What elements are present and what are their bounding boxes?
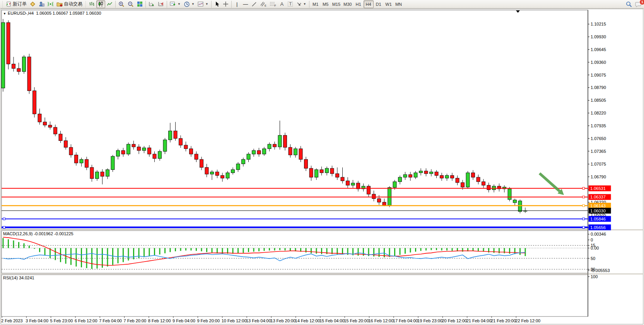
candle-up [163, 140, 167, 151]
chart-pane [2, 10, 588, 229]
market-watch-button[interactable] [28, 0, 37, 8]
dropdown-caret-icon: ▼ [191, 2, 195, 6]
time-axis-label: 19 Feb 23:00 [417, 318, 442, 323]
dropdown-caret-icon: ▼ [178, 2, 181, 6]
timeframe-m1-button[interactable]: M1 [311, 0, 321, 8]
label-tool-button[interactable]: T [286, 0, 295, 8]
new-chart-dropdown-button[interactable]: ▼ [168, 0, 182, 8]
channel-button[interactable]: E [258, 0, 268, 8]
timeframe-mn-button[interactable]: MN [394, 0, 404, 8]
tile-windows-button[interactable] [135, 0, 144, 8]
macd-indicator-label: MACD(12,26,9) -0.001962 -0.001225 [3, 231, 73, 236]
candle-up [210, 172, 214, 174]
candle-up [226, 173, 229, 178]
line-handle[interactable] [3, 218, 5, 220]
terminal-window: 新订单 自动交易 [0, 0, 644, 325]
candle-up [158, 151, 162, 158]
candle-down [289, 147, 292, 155]
auto-trading-label: 自动交易 [64, 1, 82, 7]
candle-down [461, 183, 465, 187]
pane-separator[interactable] [1, 274, 643, 275]
equidistant-channel-icon: E [260, 1, 266, 7]
candle-down [12, 64, 15, 68]
price-tick-label: 1.07935 [591, 123, 606, 128]
time-axis-label: 9 Feb 04:00 [173, 318, 195, 323]
timeframe-m30-button[interactable]: M30 [342, 0, 353, 8]
crosshair-button[interactable] [221, 0, 230, 8]
time-axis-label: 13 Feb 04:00 [246, 318, 271, 323]
arrows-dropdown-button[interactable]: ▼ [295, 0, 308, 8]
line-handle[interactable] [583, 196, 584, 198]
line-handle[interactable] [583, 205, 584, 207]
chart-shift-button[interactable] [156, 0, 166, 8]
chart-ohlc-values: 1.06005 1.06067 1.05987 1.06030 [36, 11, 101, 15]
new-order-label: 新订单 [13, 1, 27, 7]
candle-down [132, 144, 135, 147]
candle-up [351, 183, 355, 185]
candle-up [278, 135, 282, 147]
text-tool-button[interactable]: A [278, 0, 286, 8]
time-axis-label: 22 Feb 12:00 [515, 318, 540, 323]
cursor-button[interactable] [213, 0, 221, 8]
templates-dropdown-button[interactable]: ▼ [196, 0, 210, 8]
period-dropdown-button[interactable]: ▼ [182, 0, 196, 8]
tile-windows-icon [137, 1, 143, 7]
fibonacci-icon: F [270, 1, 276, 7]
chart-canvas[interactable]: 1.102151.099301.096451.093601.090751.087… [0, 9, 644, 325]
candle-up [325, 168, 329, 173]
price-tick-label: 1.06790 [591, 174, 606, 179]
template-icon [198, 1, 204, 7]
price-tick-label: 1.07365 [591, 149, 606, 154]
candle-up [388, 188, 391, 205]
timeframe-d1-button[interactable]: D1 [374, 0, 384, 8]
line-handle[interactable] [583, 226, 584, 228]
dropdown-caret-icon: ▼ [303, 2, 306, 6]
zoom-out-button[interactable] [126, 0, 135, 8]
candle-up [106, 170, 109, 176]
pane-separator[interactable] [1, 229, 643, 231]
candle-up [430, 172, 433, 174]
candlestick-chart-button[interactable] [96, 0, 105, 8]
trendline-button[interactable] [250, 0, 258, 8]
line-handle[interactable] [583, 187, 584, 189]
zoom-in-button[interactable] [117, 0, 126, 8]
timeframe-m5-button[interactable]: M5 [321, 0, 331, 8]
candle-up [242, 159, 245, 164]
candle-down [284, 135, 287, 147]
candle-down [90, 168, 94, 179]
fibonacci-button[interactable]: F [268, 0, 278, 8]
notifications-button[interactable]: 1 [634, 0, 643, 8]
auto-trading-button[interactable]: 自动交易 [55, 0, 84, 8]
auto-scroll-button[interactable] [147, 0, 156, 8]
window-menu-icon[interactable]: ▼ [3, 12, 6, 15]
candle-down [330, 168, 334, 174]
horizontal-line-icon: — [243, 2, 248, 7]
candle-down [367, 186, 371, 194]
toolbar-grip[interactable] [2, 1, 3, 7]
line-handle[interactable] [3, 226, 5, 228]
search-button[interactable] [624, 0, 634, 8]
svg-text:F: F [274, 4, 276, 7]
timeframe-h4-button[interactable]: H4 [364, 0, 374, 8]
candle-down [346, 181, 350, 185]
new-order-button[interactable]: 新订单 [4, 0, 28, 8]
navigator-button[interactable] [37, 0, 46, 8]
horizontal-line-button[interactable]: — [241, 0, 250, 8]
candle-up [414, 173, 417, 178]
candle-down [59, 134, 62, 140]
timeframe-h1-button[interactable]: H1 [354, 0, 364, 8]
candle-down [456, 178, 459, 183]
time-axis-label: 2 Feb 2023 [1, 318, 23, 323]
bar-chart-button[interactable] [87, 0, 96, 8]
rsi-level-label: 0 [591, 238, 593, 242]
line-handle[interactable] [583, 218, 584, 220]
vertical-line-button[interactable]: | [233, 0, 241, 8]
candle-down [320, 170, 323, 173]
zoom-out-icon [128, 1, 134, 7]
line-chart-button[interactable] [105, 0, 114, 8]
timeframe-w1-button[interactable]: W1 [384, 0, 394, 8]
timeframe-m15-button[interactable]: M15 [331, 0, 342, 8]
toolbar-grip[interactable] [85, 1, 87, 7]
auto-scroll-icon [149, 1, 155, 7]
signals-button[interactable] [46, 0, 55, 8]
